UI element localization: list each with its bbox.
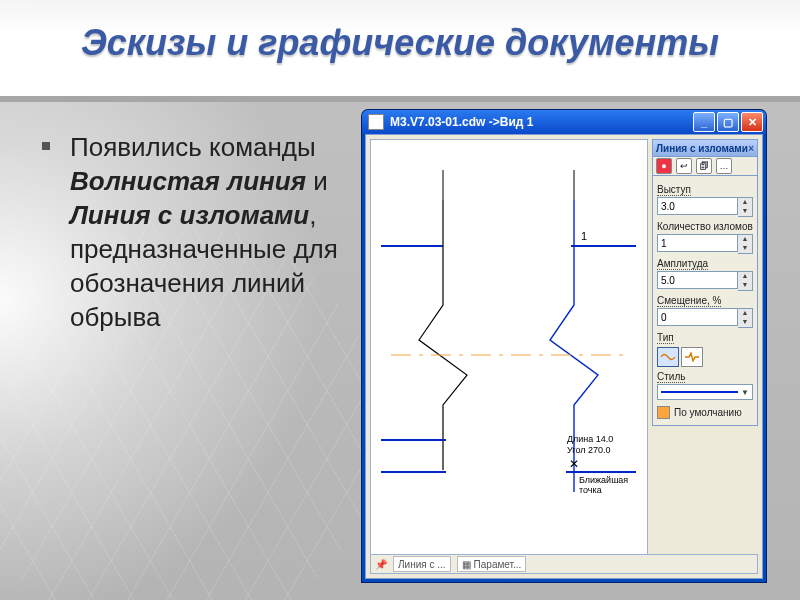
input-amp[interactable] [657, 271, 738, 289]
maximize-button[interactable]: ▢ [717, 112, 739, 132]
tool-icon[interactable]: … [716, 158, 732, 174]
label-amp: Амплитуда [657, 258, 753, 269]
type-option-zig-icon[interactable] [681, 347, 703, 367]
stepper-icon[interactable]: ▲▼ [738, 234, 753, 254]
label-off: Смещение, % [657, 295, 753, 306]
status-bar: 📌 Линия с ... ▦ Парамет... [370, 554, 758, 574]
input-kol[interactable] [657, 234, 738, 252]
slide: Эскизы и графические документы Появились… [0, 0, 800, 600]
input-vystup[interactable] [657, 197, 738, 215]
status-tab[interactable]: Линия с ... [393, 556, 451, 572]
bullet-marker [42, 142, 50, 150]
palette-body: Выступ ▲▼ Количество изломов ▲▼ Амплитуд… [652, 176, 758, 426]
type-option-wave-icon[interactable] [657, 347, 679, 367]
label-style: Стиль [657, 371, 753, 382]
label-kol: Количество изломов [657, 221, 753, 232]
checkbox-icon [657, 406, 670, 419]
document-icon [368, 114, 384, 130]
snap-hint: Ближайшая точка [579, 475, 647, 495]
default-checkbox[interactable]: По умолчанию [657, 406, 753, 419]
field-off: Смещение, % ▲▼ [657, 295, 753, 328]
field-style: Стиль ▼ [657, 371, 753, 400]
field-amp: Амплитуда ▲▼ [657, 258, 753, 291]
window-title: M3.V7.03-01.cdw ->Вид 1 [390, 115, 533, 129]
cad-window: M3.V7.03-01.cdw ->Вид 1 _ ▢ ✕ 1 [362, 110, 766, 582]
tool-icon[interactable]: ↩ [676, 158, 692, 174]
divider-strip [0, 96, 800, 102]
palette-title: Линия с изломами [656, 143, 748, 154]
bullet-text: Появились команды Волнистая линия и Лини… [70, 130, 340, 334]
label-type: Тип [657, 332, 753, 343]
palette-toolbar: ● ↩ 🗐 … [652, 157, 758, 176]
palette-close-icon[interactable]: × [748, 143, 754, 154]
slide-title: Эскизы и графические документы [0, 22, 800, 64]
command-name-1: Волнистая линия [70, 166, 306, 196]
text-part: Появились команды [70, 132, 316, 162]
style-line-sample [661, 391, 738, 393]
stepper-icon[interactable]: ▲▼ [738, 197, 753, 217]
palette-titlebar[interactable]: Линия с изломами × [652, 139, 758, 157]
default-label: По умолчанию [674, 407, 742, 418]
stepper-icon[interactable]: ▲▼ [738, 271, 753, 291]
field-type: Тип [657, 332, 753, 367]
field-kol: Количество изломов ▲▼ [657, 221, 753, 254]
tool-icon[interactable]: 🗐 [696, 158, 712, 174]
text-part: и [313, 166, 328, 196]
client-area: 1 ✕ Длина 14.0 Угол 270.0 [365, 134, 763, 579]
type-toggle[interactable] [657, 347, 703, 367]
input-off[interactable] [657, 308, 738, 326]
window-titlebar[interactable]: M3.V7.03-01.cdw ->Вид 1 _ ▢ ✕ [362, 110, 766, 134]
stop-icon[interactable]: ● [656, 158, 672, 174]
svg-text:✕: ✕ [569, 457, 579, 471]
minimize-button[interactable]: _ [693, 112, 715, 132]
field-vystup: Выступ ▲▼ [657, 184, 753, 217]
pin-icon[interactable]: 📌 [375, 559, 387, 570]
drawing-svg: 1 ✕ [371, 140, 647, 572]
command-name-2: Линия с изломами [70, 200, 309, 230]
close-button[interactable]: ✕ [741, 112, 763, 132]
label-vystup: Выступ [657, 184, 753, 195]
style-dropdown[interactable]: ▼ [657, 384, 753, 400]
stepper-icon[interactable]: ▲▼ [738, 308, 753, 328]
chevron-down-icon: ▼ [741, 388, 749, 397]
status-tab[interactable]: ▦ Парамет... [457, 556, 527, 572]
svg-text:1: 1 [581, 230, 587, 242]
gear-icon: ▦ [462, 559, 471, 570]
properties-palette: Линия с изломами × ● ↩ 🗐 … Выступ ▲▼ Кол… [652, 139, 758, 426]
drawing-canvas[interactable]: 1 ✕ Длина 14.0 Угол 270.0 [370, 139, 648, 573]
